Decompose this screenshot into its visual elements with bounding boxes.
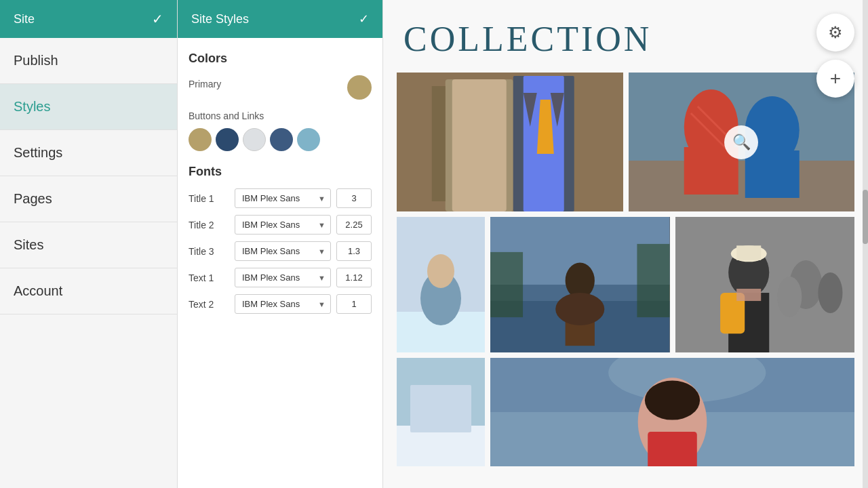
font-select-wrapper-title3: IBM Plex Sans Georgia Arial ▼ [235, 241, 331, 261]
sidebar-nav: Publish Styles Settings Pages Sites Acco… [0, 38, 177, 488]
sidebar-item-pages[interactable]: Pages [0, 176, 177, 222]
font-label-title2: Title 2 [189, 220, 229, 230]
gallery-item-snow[interactable] [397, 358, 485, 466]
svg-rect-41 [410, 385, 471, 432]
font-size-title2[interactable] [336, 215, 372, 235]
gallery-row-2 [397, 217, 854, 352]
svg-rect-14 [745, 150, 799, 198]
svg-point-47 [645, 381, 700, 420]
lake-image [490, 217, 670, 352]
font-row-text2: Text 2 IBM Plex Sans Georgia Arial ▼ [189, 294, 372, 314]
font-select-text1[interactable]: IBM Plex Sans Georgia Arial [235, 268, 331, 287]
scrollbar-thumb[interactable] [863, 190, 868, 244]
gear-icon: ⚙ [828, 23, 843, 42]
swatch-dark-blue[interactable] [216, 128, 239, 151]
svg-point-20 [427, 254, 454, 288]
primary-label: Primary [189, 79, 221, 89]
gallery-item-athlete[interactable] [490, 358, 854, 466]
primary-color-row: Primary [189, 75, 372, 100]
sidebar-title: Site [14, 12, 35, 26]
svg-rect-10 [629, 161, 855, 211]
sidebar-item-sites[interactable]: Sites [0, 222, 177, 268]
gallery-item-street[interactable] [675, 217, 855, 352]
swatch-steel-blue[interactable] [270, 128, 293, 151]
swatch-light-gray[interactable] [243, 128, 266, 151]
suits-image [397, 73, 623, 211]
colors-section: Colors Primary Buttons and Links [189, 52, 372, 151]
font-row-title3: Title 3 IBM Plex Sans Georgia Arial ▼ [189, 241, 372, 261]
font-select-wrapper-text1: IBM Plex Sans Georgia Arial ▼ [235, 268, 331, 287]
font-size-title1[interactable] [336, 188, 372, 208]
svg-rect-2 [452, 79, 507, 211]
font-select-wrapper-title1: IBM Plex Sans Georgia Arial ▼ [235, 188, 331, 208]
sidebar-item-account[interactable]: Account [0, 268, 177, 314]
left-sidebar: Site ✓ Publish Styles Settings Pages Sit… [0, 0, 177, 488]
styles-content: Colors Primary Buttons and Links Fonts T… [178, 38, 382, 488]
button-link-swatches [189, 128, 372, 151]
snow-image [397, 358, 485, 466]
gallery-row-1: 🔍 [397, 73, 854, 211]
svg-rect-36 [736, 245, 761, 260]
font-select-wrapper-text2: IBM Plex Sans Georgia Arial ▼ [235, 294, 331, 314]
swatch-light-blue[interactable] [297, 128, 320, 151]
font-select-wrapper-title2: IBM Plex Sans Georgia Arial ▼ [235, 215, 331, 235]
svg-point-32 [777, 277, 802, 317]
athlete-image [490, 358, 854, 466]
svg-point-31 [818, 272, 842, 313]
sidebar-check-icon: ✓ [152, 11, 163, 27]
styles-title: Site Styles [191, 12, 249, 26]
font-row-title2: Title 2 IBM Plex Sans Georgia Arial ▼ [189, 215, 372, 235]
font-label-title3: Title 3 [189, 246, 229, 257]
font-size-text2[interactable] [336, 294, 372, 314]
font-select-text2[interactable]: IBM Plex Sans Georgia Arial [235, 294, 331, 314]
sidebar-item-publish[interactable]: Publish [0, 38, 177, 84]
font-row-title1: Title 1 IBM Plex Sans Georgia Arial ▼ [189, 188, 372, 208]
settings-button[interactable]: ⚙ [816, 14, 854, 52]
styles-header: Site Styles ✓ [178, 0, 382, 38]
svg-point-26 [555, 293, 604, 325]
gallery-item-suits[interactable] [397, 73, 623, 211]
font-label-text2: Text 2 [189, 299, 229, 310]
font-select-title3[interactable]: IBM Plex Sans Georgia Arial [235, 241, 331, 261]
gallery: 🔍 [383, 73, 868, 466]
font-label-text1: Text 1 [189, 272, 229, 283]
collection-title: COLLECTION [383, 0, 868, 73]
font-select-title1[interactable]: IBM Plex Sans Georgia Arial [235, 188, 331, 208]
buttons-links-label: Buttons and Links [189, 110, 372, 121]
fab-container: ⚙ + [816, 14, 854, 98]
font-size-text1[interactable] [336, 268, 372, 287]
primary-color-swatch[interactable] [347, 75, 372, 100]
sidebar-item-settings[interactable]: Settings [0, 130, 177, 176]
main-content: COLLECTION [383, 0, 868, 488]
font-row-text1: Text 1 IBM Plex Sans Georgia Arial ▼ [189, 268, 372, 287]
svg-rect-27 [490, 252, 523, 317]
fonts-section: Fonts Title 1 IBM Plex Sans Georgia Aria… [189, 165, 372, 314]
font-label-title1: Title 1 [189, 193, 229, 204]
gallery-item-lake[interactable] [490, 217, 670, 352]
svg-rect-28 [637, 244, 669, 317]
fonts-title: Fonts [189, 165, 372, 179]
add-button[interactable]: + [816, 60, 854, 98]
search-icon: 🔍 [732, 134, 751, 151]
svg-rect-3 [432, 86, 446, 201]
font-size-title3[interactable] [336, 241, 372, 261]
styles-panel: Site Styles ✓ Colors Primary Buttons and… [177, 0, 383, 488]
gallery-row-3 [397, 358, 854, 466]
sidebar-header: Site ✓ [0, 0, 177, 38]
gallery-item-winter[interactable] [397, 217, 485, 352]
svg-rect-46 [648, 432, 697, 466]
svg-rect-38 [736, 289, 761, 301]
winter-image [397, 217, 485, 352]
street-image [675, 217, 855, 352]
swatch-gold[interactable] [189, 128, 212, 151]
colors-title: Colors [189, 52, 372, 66]
font-select-title2[interactable]: IBM Plex Sans Georgia Arial [235, 215, 331, 235]
styles-check-icon: ✓ [359, 12, 369, 26]
sidebar-item-styles[interactable]: Styles [0, 84, 177, 130]
plus-icon: + [830, 68, 841, 89]
scrollbar-track [863, 0, 868, 488]
search-overlay[interactable]: 🔍 [724, 125, 758, 159]
